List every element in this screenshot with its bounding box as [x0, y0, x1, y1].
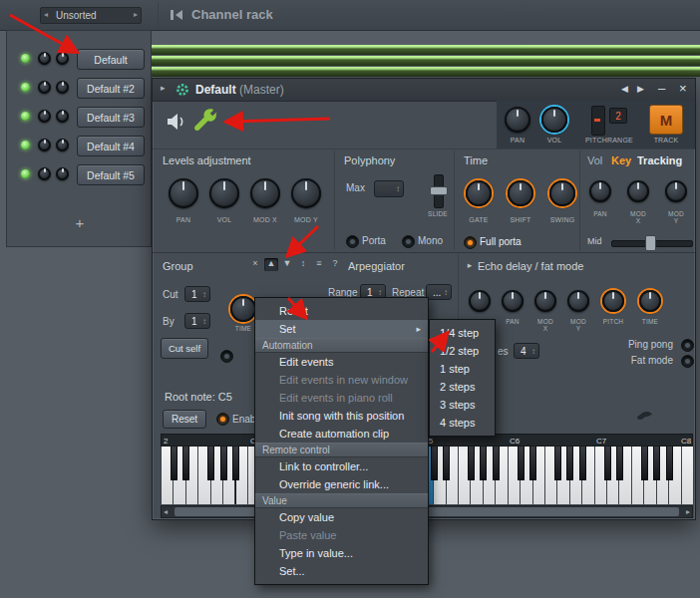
- echo-pitch-knob[interactable]: [602, 290, 624, 312]
- piano-key-black[interactable]: [182, 447, 189, 480]
- channel-enable-led[interactable]: [21, 83, 30, 92]
- submenu-item-1-step[interactable]: 1 step: [430, 360, 495, 378]
- menu-item-init-song[interactable]: Init song with this position: [255, 407, 428, 425]
- menu-item-set-dialog[interactable]: Set...: [255, 562, 428, 580]
- piano-key-black[interactable]: [529, 447, 536, 480]
- gear-icon[interactable]: [175, 83, 189, 101]
- levels-mody-knob[interactable]: [291, 178, 321, 208]
- piano-key-black[interactable]: [666, 447, 673, 480]
- piano-key-black[interactable]: [518, 447, 525, 480]
- piano-key-black[interactable]: [207, 447, 214, 480]
- gate-knob[interactable]: [466, 180, 492, 206]
- tracking-modx-knob[interactable]: [627, 180, 649, 202]
- channel-enable-led[interactable]: [21, 112, 30, 121]
- slide-slider-thumb[interactable]: [430, 186, 448, 195]
- piano-key-black[interactable]: [431, 447, 438, 480]
- piano-key-black[interactable]: [232, 447, 239, 480]
- pitch-wheel[interactable]: [591, 106, 605, 136]
- echo-section-arrow-icon[interactable]: ▸: [466, 260, 474, 270]
- arp-repeat-stepper[interactable]: ...↕: [426, 284, 452, 300]
- echo-feed-knob[interactable]: [469, 290, 491, 312]
- channel-pan-knob[interactable]: [38, 81, 51, 94]
- submenu-item-quarter-step[interactable]: 1/4 step: [430, 324, 495, 342]
- piano-key-black[interactable]: [468, 447, 475, 480]
- by-stepper[interactable]: 1↕: [184, 313, 210, 329]
- menu-item-override-generic-link[interactable]: Override generic link...: [255, 475, 428, 493]
- piano-key-black[interactable]: [493, 447, 500, 480]
- channel-pan-knob[interactable]: [38, 139, 51, 151]
- piano-key-black[interactable]: [220, 447, 227, 480]
- prev-channel-icon[interactable]: ◀: [621, 84, 628, 94]
- fat-mode-radio[interactable]: [681, 355, 694, 368]
- tracking-tab-key[interactable]: Key: [611, 154, 631, 166]
- arp-help-icon[interactable]: ?: [328, 258, 342, 271]
- menu-item-create-automation-clip[interactable]: Create automation clip: [255, 425, 428, 443]
- tracking-pan-knob[interactable]: [589, 180, 611, 202]
- echo-pan-knob[interactable]: [502, 290, 524, 312]
- piano-key-black[interactable]: [604, 447, 611, 480]
- arp-up-icon[interactable]: ▲: [264, 258, 278, 271]
- channel-enable-led[interactable]: [21, 54, 30, 63]
- pattern-prev-icon[interactable]: ◂: [44, 10, 48, 19]
- pitch-range-value[interactable]: 2: [609, 108, 627, 124]
- channel-button[interactable]: Default #3: [77, 107, 145, 128]
- echo-mody-knob[interactable]: [567, 290, 589, 312]
- pattern-selector[interactable]: ◂ Unsorted ▸: [40, 7, 142, 24]
- reset-button[interactable]: Reset: [163, 410, 206, 429]
- close-icon[interactable]: ×: [679, 81, 687, 96]
- piano-key-black[interactable]: [579, 447, 586, 480]
- arp-off-icon[interactable]: ×: [248, 258, 262, 271]
- channel-pan-knob[interactable]: [38, 167, 51, 180]
- channel-enable-led[interactable]: [21, 169, 30, 178]
- piano-key-black[interactable]: [171, 447, 177, 480]
- channel-vol-knob[interactable]: [56, 110, 69, 123]
- playlist-clip-row[interactable]: [152, 67, 700, 77]
- add-channel-button[interactable]: +: [7, 214, 153, 231]
- channel-enable-led[interactable]: [21, 141, 30, 150]
- cut-stepper[interactable]: 1↕: [184, 286, 210, 302]
- playlist-clip-row[interactable]: [152, 45, 700, 55]
- piano-key-black[interactable]: [554, 447, 561, 480]
- speaker-icon[interactable]: [165, 112, 188, 136]
- levels-modx-knob[interactable]: [250, 178, 280, 208]
- echo-time-knob[interactable]: [639, 290, 661, 312]
- arp-pattern-icon[interactable]: ≡: [312, 258, 326, 271]
- pattern-next-icon[interactable]: ▸: [134, 10, 138, 19]
- echoes-stepper[interactable]: 4↕: [514, 343, 539, 359]
- swing-knob[interactable]: [549, 180, 575, 206]
- enable-radio[interactable]: [216, 413, 229, 426]
- master-pan-knob[interactable]: [505, 107, 530, 133]
- mono-radio[interactable]: [402, 235, 415, 248]
- piano-key-black[interactable]: [480, 447, 487, 480]
- menu-item-set[interactable]: Set▸: [255, 320, 428, 338]
- channel-vol-knob[interactable]: [56, 81, 69, 94]
- mid-slider-thumb[interactable]: [645, 235, 656, 251]
- piano-key-black[interactable]: [443, 447, 450, 480]
- channel-button[interactable]: Default #4: [77, 136, 145, 156]
- channel-vol-knob[interactable]: [56, 139, 69, 151]
- arp-time-knob[interactable]: [230, 296, 256, 322]
- full-porta-radio[interactable]: [464, 236, 477, 249]
- max-poly-stepper[interactable]: ↕: [374, 180, 404, 197]
- tracking-mody-knob[interactable]: [665, 180, 687, 202]
- levels-pan-knob[interactable]: [169, 178, 198, 208]
- menu-item-type-in-value[interactable]: Type in value...: [255, 544, 428, 562]
- tracking-tab-vol[interactable]: Vol: [587, 154, 602, 166]
- arp-slide-radio[interactable]: [220, 350, 233, 363]
- scroll-right-icon[interactable]: ▸: [686, 507, 690, 516]
- channel-button[interactable]: Default #2: [77, 78, 145, 99]
- menu-item-link-to-controller[interactable]: Link to controller...: [255, 457, 428, 475]
- submenu-item-3-steps[interactable]: 3 steps: [430, 396, 495, 414]
- piano-key-black[interactable]: [616, 447, 623, 480]
- ping-pong-radio[interactable]: [681, 339, 694, 352]
- menu-item-reset[interactable]: Reset: [255, 302, 428, 320]
- cut-self-button[interactable]: Cut self: [161, 338, 208, 359]
- hand-icon[interactable]: [635, 408, 653, 426]
- channel-button[interactable]: Default #5: [77, 164, 145, 185]
- piano-key-black[interactable]: [641, 447, 648, 480]
- scroll-left-icon[interactable]: ◂: [164, 507, 168, 516]
- channel-vol-knob[interactable]: [56, 52, 69, 65]
- channel-pan-knob[interactable]: [38, 52, 51, 65]
- echo-modx-knob[interactable]: [534, 290, 556, 312]
- next-channel-icon[interactable]: ▶: [637, 84, 644, 94]
